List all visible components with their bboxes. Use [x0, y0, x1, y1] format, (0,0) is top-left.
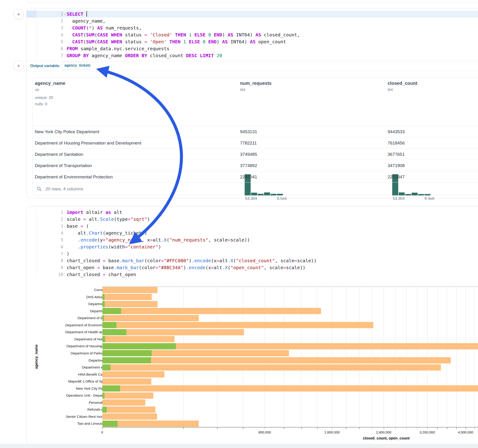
gridline: [465, 286, 466, 427]
add-cell-button-top[interactable]: +: [13, 9, 24, 19]
token: 1: [183, 39, 186, 44]
x-axis-tick: [332, 428, 333, 429]
bar-open: [102, 294, 104, 300]
token: agency_name,: [67, 18, 106, 24]
search-icon[interactable]: [37, 186, 42, 192]
x-axis-tick-label: 4,000,000: [458, 430, 473, 434]
next-cell-gap: [0, 444, 478, 448]
row-count-text: 20 rows, 4 columns: [45, 182, 83, 195]
token: 'Open': [150, 39, 166, 44]
token: [67, 32, 72, 37]
gridline: [417, 286, 417, 427]
token: [108, 39, 111, 44]
token: ): [216, 39, 222, 44]
column-name-closed_count[interactable]: closed_count: [388, 81, 417, 86]
table-row[interactable]: Department of Environmental Protection22…: [32, 171, 478, 182]
add-cell-button-output[interactable]: +: [13, 60, 24, 71]
cell-closed-count: 9443533: [388, 126, 405, 137]
gridline: [372, 286, 372, 427]
token: LIMIT: [200, 53, 214, 58]
gridline: [359, 286, 359, 427]
bar-closed: [102, 357, 451, 363]
bar-open: [102, 385, 120, 392]
gridline: [243, 286, 243, 427]
previous-cell-bottom-edge: [27, 0, 478, 3]
token: AS: [256, 32, 261, 37]
table-row[interactable]: Department of Transportation377489234719…: [32, 160, 478, 171]
cell-num-requests: 3774892: [240, 160, 257, 171]
token: [147, 32, 150, 37]
y-axis-tick: [101, 297, 102, 298]
token: [214, 53, 216, 58]
column-name-agency_name[interactable]: agency_name: [35, 81, 65, 86]
bar-closed: [102, 301, 157, 307]
token: closed_count: [147, 53, 186, 58]
line-number: 1: [54, 11, 63, 18]
bar-closed: [102, 336, 175, 342]
cell-agency-name: Department of Housing Preservation and D…: [35, 137, 141, 149]
x-axis-tick: [406, 428, 407, 429]
bar-closed: [102, 364, 441, 371]
column-name-num_requests[interactable]: num_requests: [240, 81, 272, 86]
table-row[interactable]: Department of Sanitation37494853677651: [32, 148, 478, 160]
code-line[interactable]: 5 CAST(SUM(CASE WHEN status = 'Open' THE…: [54, 38, 478, 45]
token: ): [92, 25, 97, 31]
token: (: [86, 25, 89, 31]
x-axis-tick: [427, 428, 428, 429]
column-type: i64: [388, 87, 393, 92]
x-axis-tick: [465, 428, 466, 429]
line-number: 2: [54, 18, 63, 25]
code-text: SELECT: [67, 11, 87, 18]
x-axis-tick-label: 800,000: [258, 430, 271, 434]
code-line[interactable]: 7GROUP BY agency_name ORDER BY closed_co…: [54, 52, 478, 59]
sql-editor[interactable]: 1⌄SELECT2 agency_name,3 COUNT(*) AS num_…: [27, 8, 478, 61]
y-axis-tick: [101, 346, 102, 347]
x-axis-tick-label: 3,200,000: [419, 430, 435, 434]
column-type: i64: [240, 87, 245, 92]
token: END: [214, 32, 222, 37]
x-axis-tick: [395, 428, 396, 429]
token: (: [83, 39, 86, 44]
token: closed_count,: [261, 32, 300, 37]
code-line[interactable]: 1⌄SELECT: [54, 11, 478, 18]
token: status: [122, 39, 144, 44]
table-row[interactable]: New York City Police Department945313194…: [32, 126, 478, 137]
bar-open: [102, 322, 116, 328]
token: [186, 32, 189, 37]
token: num_requests,: [103, 25, 142, 31]
code-line[interactable]: 2 agency_name,: [54, 18, 478, 25]
x-axis-tick: [183, 428, 184, 429]
cell-num-requests: 2240041: [240, 171, 257, 182]
table-row[interactable]: Department of Housing Preservation and D…: [32, 137, 478, 149]
code-text: GROUP BY agency_name ORDER BY closed_cou…: [67, 52, 222, 59]
token: AS: [97, 25, 103, 31]
bar-open: [102, 421, 118, 427]
bar-closed: [102, 371, 164, 378]
bar-closed: [102, 413, 157, 420]
token: 1: [189, 32, 192, 37]
token: [192, 32, 194, 37]
gridline: [317, 286, 317, 427]
divider: [27, 71, 478, 71]
cell-agency-name: Department of Transportation: [35, 160, 92, 171]
y-axis-tick: [101, 381, 102, 382]
x-axis-tick: [265, 428, 265, 429]
code-line[interactable]: 3 COUNT(*) AS num_requests,: [54, 25, 478, 31]
token: (: [94, 32, 97, 37]
histogram-min-label: 53,304: [393, 196, 405, 201]
output-variable-pill[interactable]: agency_tickets: [62, 62, 90, 69]
gridline: [475, 286, 475, 427]
x-axis-tick: [384, 428, 384, 429]
gridline: [456, 286, 457, 427]
bar-open: [102, 350, 152, 356]
bar-open: [102, 301, 105, 307]
token: [205, 39, 208, 44]
x-axis-tick: [346, 428, 346, 429]
code-line[interactable]: 6FROM sample_data.nyc.service_requests: [54, 45, 478, 52]
bar-open: [102, 357, 151, 363]
x-axis-tick-label: 2,400,000: [376, 430, 391, 434]
bar-open: [102, 329, 126, 335]
code-line[interactable]: 4 CAST(SUM(CASE WHEN status = 'Closed' T…: [54, 31, 478, 38]
token: =: [144, 32, 147, 37]
cell-closed-count: 7618456: [388, 137, 405, 149]
